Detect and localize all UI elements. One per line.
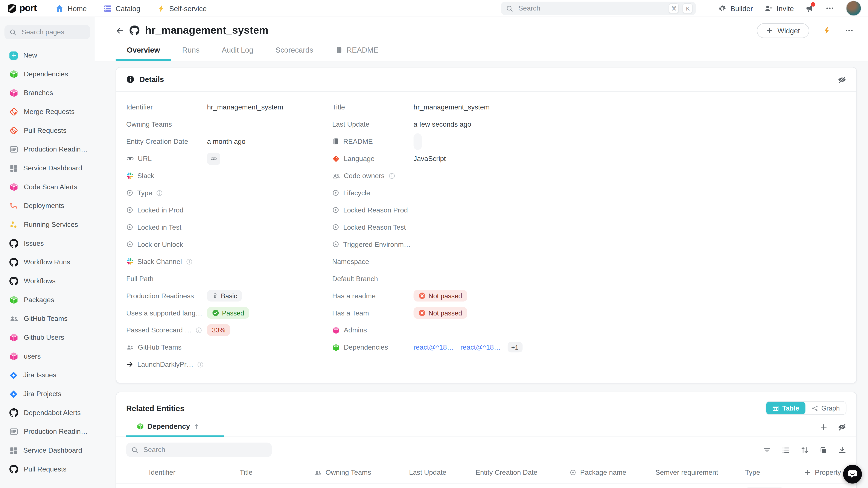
table-search[interactable] bbox=[126, 443, 272, 457]
column-header-title[interactable]: Title bbox=[240, 469, 314, 477]
table-row[interactable]: mongodb_caret_… mongodb@… an hour ago 2 … bbox=[116, 484, 857, 488]
tab-runs[interactable]: Runs bbox=[171, 43, 211, 61]
add-property-button[interactable]: Property bbox=[804, 469, 846, 477]
actions-lightning-icon[interactable] bbox=[823, 26, 832, 35]
dependency-link[interactable]: react@^18… bbox=[413, 344, 454, 351]
copy-icon[interactable] bbox=[819, 446, 828, 454]
sidebar-item-jira-issues[interactable]: Jira Issues bbox=[4, 366, 90, 385]
nav-item-catalog[interactable]: Catalog bbox=[103, 4, 140, 12]
group-by-icon[interactable] bbox=[782, 446, 790, 454]
sidebar-item-pull-requests[interactable]: Pull Requests bbox=[4, 121, 90, 140]
sort-asc-icon[interactable] bbox=[193, 423, 200, 430]
chat-widget-button[interactable] bbox=[843, 465, 862, 484]
people-icon bbox=[126, 344, 134, 351]
invite-button[interactable]: Invite bbox=[765, 4, 794, 12]
sidebar-item-code-scan-alerts[interactable]: Code Scan Alerts bbox=[4, 178, 90, 197]
view-toggle: Table Graph bbox=[766, 401, 846, 415]
sidebar-item-users[interactable]: users bbox=[4, 347, 90, 366]
column-header-semver-requirement[interactable]: Semver requirement bbox=[655, 469, 745, 477]
sidebar-item-jira-projects[interactable]: Jira Projects bbox=[4, 385, 90, 403]
person-plus-icon bbox=[765, 4, 773, 12]
details-right-column: Title hr_management_system Last Update a… bbox=[332, 98, 846, 373]
sidebar-item-label: GitHub Teams bbox=[24, 315, 68, 323]
sidebar-item-workflows[interactable]: Workflows bbox=[4, 272, 90, 291]
sidebar-item-new[interactable]: New bbox=[4, 46, 90, 65]
table-view-button[interactable]: Table bbox=[766, 402, 805, 414]
entity-more-menu-icon[interactable] bbox=[845, 26, 854, 35]
more-menu-icon[interactable] bbox=[825, 4, 834, 13]
detail-label: Code owners bbox=[344, 172, 384, 180]
detail-row-triggered-environment: Triggered Environm… bbox=[332, 236, 846, 253]
sidebar-item-deployments[interactable]: Deployments bbox=[4, 196, 90, 215]
sidebar-item-running-services[interactable]: Running Services bbox=[4, 215, 90, 234]
sidebar-item-pull-requests-2[interactable]: Pull Requests bbox=[4, 460, 90, 479]
download-icon[interactable] bbox=[838, 446, 846, 454]
sidebar-search-input[interactable] bbox=[21, 28, 85, 36]
column-header-owning-teams[interactable]: Owning Teams bbox=[314, 469, 409, 477]
info-tooltip-icon[interactable] bbox=[389, 172, 395, 179]
package-icon bbox=[9, 183, 18, 191]
announcements-button[interactable] bbox=[806, 4, 814, 12]
builder-button[interactable]: Builder bbox=[718, 4, 753, 12]
sort-icon[interactable] bbox=[800, 446, 809, 454]
sidebar-item-service-dashboard-2[interactable]: Service Dashboard bbox=[4, 441, 90, 460]
detail-row-admins: Admins bbox=[332, 322, 846, 339]
circle-dot-icon bbox=[332, 224, 340, 231]
nav-self-service-label: Self-service bbox=[169, 4, 207, 12]
column-header-identifier[interactable]: Identifier bbox=[126, 469, 240, 477]
global-search[interactable]: ⌘ K bbox=[501, 2, 696, 15]
sidebar-item-github-users[interactable]: Github Users bbox=[4, 328, 90, 347]
sidebar-item-packages[interactable]: Packages bbox=[4, 291, 90, 310]
detail-row-type: Type bbox=[126, 184, 332, 201]
url-link-chip[interactable] bbox=[207, 152, 220, 165]
nav-home-label: Home bbox=[68, 4, 87, 12]
nav-item-home[interactable]: Home bbox=[55, 4, 87, 12]
gear-icon bbox=[718, 4, 727, 12]
column-header-last-update[interactable]: Last Update bbox=[409, 469, 475, 477]
sidebar-item-issues[interactable]: Issues bbox=[4, 234, 90, 253]
sidebar-item-dependabot-alerts[interactable]: Dependabot Alerts bbox=[4, 403, 90, 422]
back-button[interactable] bbox=[116, 26, 124, 35]
sidebar-item-label: Service Dashboard bbox=[23, 164, 82, 172]
detail-row-locked-reason-prod: Locked Reason Prod bbox=[332, 201, 846, 219]
sidebar-item-branches[interactable]: Branches bbox=[4, 84, 90, 102]
info-tooltip-icon[interactable] bbox=[156, 190, 163, 196]
tab-overview[interactable]: Overview bbox=[116, 43, 171, 61]
detail-row-lifecycle: Lifecycle bbox=[332, 184, 846, 201]
tab-readme[interactable]: README bbox=[324, 43, 390, 61]
column-header-entity-creation-date[interactable]: Entity Creation Date bbox=[475, 469, 569, 477]
sidebar-item-label: Merge Requests bbox=[24, 108, 74, 116]
slack-icon bbox=[126, 258, 133, 265]
sidebar-item-service-dashboard[interactable]: Service Dashboard bbox=[4, 159, 90, 178]
global-search-input[interactable] bbox=[517, 4, 665, 13]
port-logo[interactable]: port bbox=[7, 3, 36, 14]
add-relation-icon[interactable] bbox=[820, 423, 828, 431]
column-header-package-name[interactable]: Package name bbox=[570, 469, 656, 477]
table-search-input[interactable] bbox=[142, 445, 267, 454]
nav-item-self-service[interactable]: Self-service bbox=[157, 4, 207, 12]
hide-empty-columns-icon[interactable] bbox=[838, 423, 846, 431]
tab-scorecards[interactable]: Scorecards bbox=[265, 43, 324, 61]
dependency-link[interactable]: react@^18… bbox=[460, 344, 501, 351]
sidebar-item-merge-requests[interactable]: Merge Requests bbox=[4, 102, 90, 121]
user-avatar[interactable] bbox=[846, 1, 861, 16]
sidebar-item-workflow-runs[interactable]: Workflow Runs bbox=[4, 253, 90, 272]
column-header-type[interactable]: Type bbox=[745, 469, 804, 477]
tab-dependency[interactable]: Dependency bbox=[126, 422, 224, 437]
info-tooltip-icon[interactable] bbox=[195, 327, 202, 333]
detail-label: Passed Scorecard … bbox=[126, 326, 191, 334]
detail-value: a month ago bbox=[207, 137, 245, 145]
filter-icon[interactable] bbox=[763, 446, 771, 454]
add-widget-button[interactable]: Widget bbox=[756, 23, 809, 38]
graph-view-button[interactable]: Graph bbox=[805, 402, 846, 414]
info-tooltip-icon[interactable] bbox=[197, 361, 204, 368]
sidebar-item-production-readiness[interactable]: Production Readin… bbox=[4, 140, 90, 159]
tab-audit-log[interactable]: Audit Log bbox=[211, 43, 265, 61]
hide-empty-values-icon[interactable] bbox=[838, 75, 846, 84]
more-dependencies-chip[interactable]: +1 bbox=[507, 342, 523, 352]
info-tooltip-icon[interactable] bbox=[186, 258, 192, 265]
sidebar-item-github-teams[interactable]: GitHub Teams bbox=[4, 309, 90, 328]
sidebar-search[interactable] bbox=[4, 25, 90, 39]
sidebar-item-production-readiness-2[interactable]: Production Readin… bbox=[4, 422, 90, 441]
sidebar-item-dependencies[interactable]: Dependencies bbox=[4, 65, 90, 84]
